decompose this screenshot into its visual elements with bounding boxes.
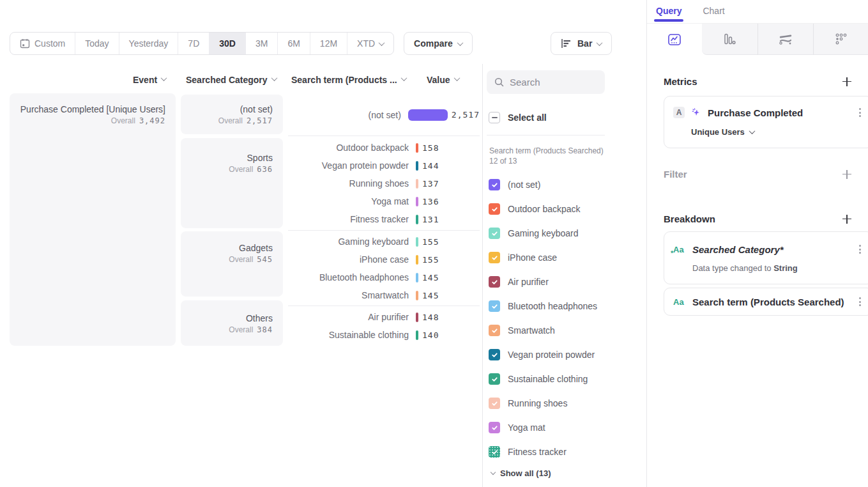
kebab-menu-icon[interactable] <box>857 242 864 256</box>
event-overall: Overall3,492 <box>10 116 165 125</box>
tab-query[interactable]: Query <box>656 6 681 22</box>
tab-retention[interactable] <box>813 24 868 55</box>
search-input[interactable] <box>510 77 593 88</box>
term-row[interactable]: iPhone case155 <box>288 251 480 268</box>
date-range-3m[interactable]: 3M <box>246 33 278 54</box>
filter-item-vegan-protein-powder[interactable]: Vegan protein powder <box>489 343 597 367</box>
select-all-row[interactable]: Select all <box>489 112 547 123</box>
add-breakdown-button[interactable] <box>842 215 851 224</box>
checkbox-checked[interactable] <box>489 252 500 263</box>
select-all-label: Select all <box>508 112 547 123</box>
check-icon <box>491 206 498 213</box>
breakdown-property-name: Search term (Products Searched) <box>692 297 850 307</box>
chevron-down-icon <box>400 75 407 81</box>
term-row[interactable]: Outdoor backpack158 <box>288 139 480 157</box>
checkbox-checked[interactable] <box>489 276 500 288</box>
checkbox-checked[interactable] <box>489 203 500 215</box>
filter-item-bluetooth-headphones[interactable]: Bluetooth headphones <box>489 294 597 318</box>
term-group-sports: Outdoor backpack158 Vegan protein powder… <box>288 135 480 231</box>
filter-item-gaming-keyboard[interactable]: Gaming keyboard <box>489 221 597 245</box>
checkbox-checked[interactable] <box>489 228 500 239</box>
term-row[interactable]: Vegan protein powder144 <box>288 157 480 174</box>
filter-item-smartwatch[interactable]: Smartwatch <box>489 318 597 343</box>
checkbox-checked[interactable] <box>489 422 500 433</box>
metric-series-badge: A <box>673 107 685 118</box>
date-range-12m[interactable]: 12M <box>310 33 347 54</box>
checkbox-checked[interactable] <box>489 398 500 409</box>
metric-card[interactable]: A Purchase Completed Unique Users <box>664 96 868 148</box>
term-row[interactable]: Bluetooth headphones145 <box>288 268 480 286</box>
report-type-tabs <box>647 23 868 55</box>
chart-type-button[interactable]: Bar <box>551 32 612 55</box>
category-cell-not-set[interactable]: (not set) Overall2,517 <box>181 95 283 134</box>
metrics-header: Metrics <box>664 76 851 87</box>
filter-item-iphone-case[interactable]: iPhone case <box>489 245 597 270</box>
date-range-custom[interactable]: Custom <box>10 33 75 54</box>
term-row[interactable]: Smartwatch145 <box>288 286 480 304</box>
check-icon <box>491 424 498 431</box>
value-bar <box>416 291 418 300</box>
column-header-value[interactable]: Value <box>427 75 459 85</box>
tab-insights-active[interactable] <box>647 24 702 55</box>
checkbox-checked[interactable] <box>489 179 500 190</box>
select-all-checkbox-indeterminate[interactable] <box>489 112 500 123</box>
show-all-toggle[interactable]: Show all (13) <box>491 468 551 478</box>
term-row[interactable]: (not set) 2,517 <box>288 95 480 135</box>
checkbox-checked[interactable] <box>489 300 500 312</box>
event-title: Purchase Completed [Unique Users] <box>10 104 165 115</box>
kebab-menu-icon[interactable] <box>857 105 864 120</box>
filter-item-yoga-mat[interactable]: Yoga mat <box>489 415 597 440</box>
date-range-7d[interactable]: 7D <box>178 33 209 54</box>
kebab-menu-icon[interactable] <box>857 295 864 309</box>
checkbox-checked[interactable] <box>489 325 500 336</box>
tab-flows[interactable] <box>758 24 813 55</box>
add-filter-button[interactable] <box>842 170 851 179</box>
term-row[interactable]: Air purifier148 <box>288 308 480 326</box>
category-cell-others[interactable]: Others Overall384 <box>181 300 283 346</box>
filter-item-sustainable-clothing[interactable]: Sustainable clothing <box>489 367 597 391</box>
filter-item-fitness-tracker[interactable]: Fitness tracker <box>489 440 597 464</box>
date-range-today[interactable]: Today <box>75 33 119 54</box>
term-label: (not set) <box>288 110 401 120</box>
breakdown-card-searched-category[interactable]: Aa* Searched Category* Data type changed… <box>664 231 868 284</box>
compare-button[interactable]: Compare <box>404 32 473 55</box>
column-header-search-term[interactable]: Search term (Products ... <box>291 75 406 85</box>
filter-item-outdoor-backpack[interactable]: Outdoor backpack <box>489 197 597 221</box>
add-metric-button[interactable] <box>842 77 851 86</box>
category-cell-gadgets[interactable]: Gadgets Overall545 <box>181 231 283 297</box>
filter-item-not-set[interactable]: (not set) <box>489 173 597 197</box>
column-header-event[interactable]: Event <box>133 75 166 85</box>
tab-funnels[interactable] <box>702 24 757 55</box>
term-group-not-set: (not set) 2,517 <box>288 95 480 135</box>
value-bar <box>416 313 418 322</box>
insights-chart-icon <box>667 33 681 46</box>
event-cell[interactable]: Purchase Completed [Unique Users] Overal… <box>10 93 176 346</box>
chevron-down-icon <box>379 40 385 46</box>
checkbox-checked[interactable] <box>489 446 500 458</box>
filter-item-air-purifier[interactable]: Air purifier <box>489 270 597 294</box>
filter-item-running-shoes[interactable]: Running shoes <box>489 391 597 415</box>
checkbox-checked[interactable] <box>489 373 500 385</box>
check-icon <box>491 449 498 456</box>
checkbox-checked[interactable] <box>489 349 500 360</box>
term-row[interactable]: Sustainable clothing140 <box>288 326 480 344</box>
date-range-xtd[interactable]: XTD <box>347 33 393 54</box>
query-sidebar: Query Chart Metrics A <box>646 0 868 487</box>
term-row[interactable]: Yoga mat136 <box>288 192 480 210</box>
category-cell-sports[interactable]: Sports Overall636 <box>181 138 283 228</box>
tab-chart[interactable]: Chart <box>703 6 724 22</box>
date-range-6m[interactable]: 6M <box>278 33 310 54</box>
chevron-down-icon <box>491 470 496 475</box>
term-row[interactable]: Fitness tracker131 <box>288 210 480 228</box>
flows-icon <box>778 33 793 45</box>
column-header-searched-category[interactable]: Searched Category <box>186 75 277 85</box>
filter-header: Filter <box>664 169 851 180</box>
metric-aggregation-dropdown[interactable]: Unique Users <box>691 127 754 137</box>
date-range-30d-selected[interactable]: 30D <box>209 33 246 54</box>
date-range-yesterday[interactable]: Yesterday <box>119 33 179 54</box>
breakdown-card-search-term[interactable]: Aa Search term (Products Searched) <box>664 288 868 316</box>
term-row[interactable]: Running shoes137 <box>288 174 480 192</box>
filter-search[interactable] <box>487 70 605 94</box>
check-icon <box>491 182 498 189</box>
term-row[interactable]: Gaming keyboard155 <box>288 233 480 251</box>
